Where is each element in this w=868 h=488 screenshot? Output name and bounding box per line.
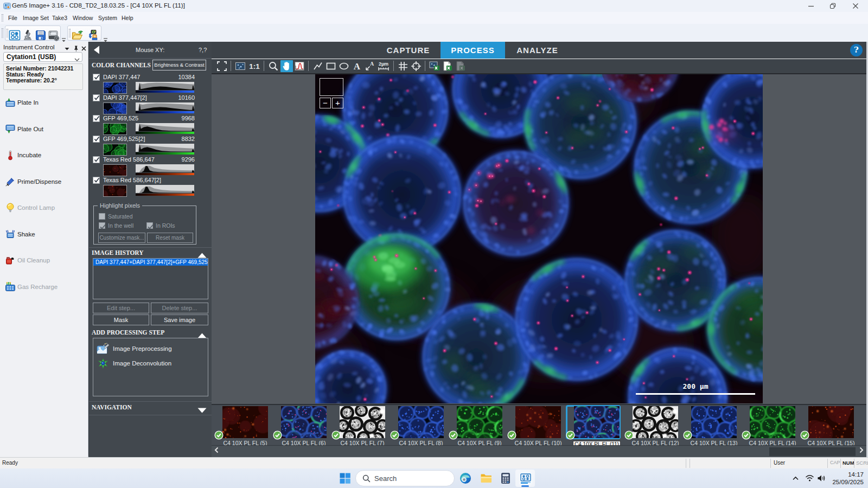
line-profile-icon[interactable]	[293, 60, 306, 72]
collapse-panel-icon[interactable]	[93, 46, 100, 56]
plate-layout-button[interactable]	[8, 29, 21, 42]
history-item[interactable]: DAPI 377,447+DAPI 377,447[2]+GFP 469,525…	[93, 259, 208, 266]
toolbar-overflow-icon[interactable]	[61, 35, 66, 39]
channel-checkbox[interactable]	[93, 177, 100, 184]
taskbar-search[interactable]: Search	[355, 470, 455, 486]
help-button[interactable]: ?	[850, 44, 863, 56]
channel-thumbnail[interactable]	[103, 144, 127, 156]
text-tool-icon[interactable]: A	[351, 60, 363, 72]
highlight-checkbox-saturated[interactable]	[99, 213, 105, 220]
instrument-button-prime-dispense[interactable]: Prime/Dispense	[2, 172, 86, 191]
delete-step--button[interactable]: Delete step...	[151, 303, 208, 313]
close-button[interactable]	[846, 0, 865, 12]
filmstrip-thumbnail[interactable]	[808, 406, 854, 438]
instrument-button-plate-out[interactable]: Plate Out	[2, 120, 86, 138]
scroll-right-icon[interactable]	[859, 447, 864, 455]
export-image-excel-icon[interactable]	[429, 60, 441, 72]
annotation-arrow-icon[interactable]: A	[364, 60, 376, 72]
channel-checkbox[interactable]	[93, 74, 100, 81]
scrollbar-thumb[interactable]	[769, 447, 856, 456]
wifi-icon[interactable]	[805, 474, 814, 484]
open-image-button[interactable]	[71, 29, 84, 42]
tab-process[interactable]: PROCESS	[441, 42, 505, 59]
customize-mask-button[interactable]: Customize mask...	[98, 233, 145, 243]
channel-thumbnail[interactable]	[103, 123, 127, 135]
filmstrip-thumbnail[interactable]	[281, 406, 327, 438]
start-button[interactable]	[339, 472, 352, 485]
menu-system[interactable]: System	[98, 14, 117, 23]
filmstrip-thumbnail[interactable]	[515, 406, 561, 438]
menu-grip[interactable]	[2, 14, 3, 22]
instrument-button-gas-recharge[interactable]: Gas Recharge	[2, 278, 86, 296]
channel-histogram[interactable]	[136, 123, 195, 135]
menu-take3[interactable]: Take3	[52, 14, 67, 23]
grid-icon[interactable]	[397, 60, 410, 72]
channel-histogram[interactable]	[136, 144, 195, 156]
calculator-icon[interactable]	[500, 472, 513, 485]
expand-down-icon[interactable]	[197, 406, 207, 415]
instrument-button-shake[interactable]: Shake	[2, 225, 86, 243]
rectangle-tool-icon[interactable]	[325, 60, 337, 72]
microscope-button[interactable]	[21, 29, 34, 42]
save-button[interactable]	[34, 29, 47, 42]
toolbar-grip[interactable]	[2, 28, 3, 38]
channel-histogram[interactable]	[136, 102, 195, 114]
instrument-button-oil-cleanup[interactable]: Oil Cleanup	[2, 251, 86, 269]
filmstrip-thumbnail[interactable]	[398, 406, 444, 438]
filmstrip-thumbnail[interactable]	[633, 406, 678, 438]
menu-window[interactable]: Window	[73, 14, 93, 23]
measure-tool-icon[interactable]: 2µm	[377, 60, 391, 72]
menu-file[interactable]: File	[8, 14, 17, 23]
edit-step--button[interactable]: Edit step...	[93, 303, 149, 313]
tray-clock[interactable]: 14:17 25/09/2025	[827, 471, 864, 486]
channel-checkbox[interactable]	[93, 115, 100, 122]
filmstrip-thumbnail[interactable]	[750, 406, 795, 438]
pan-icon[interactable]	[280, 60, 293, 72]
minimize-button[interactable]	[802, 0, 820, 12]
image-history-list[interactable]: DAPI 377,447+DAPI 377,447[2]+GFP 469,525…	[93, 258, 208, 299]
instrument-button-control-lamp[interactable]: Control Lamp	[2, 198, 86, 217]
tab-analyze[interactable]: ANALYZE	[505, 42, 570, 59]
crosshair-icon[interactable]	[410, 60, 423, 72]
highlight-checkbox-in-the-well[interactable]	[99, 222, 105, 229]
image-select-icon[interactable]	[234, 60, 247, 72]
zoom-out-button[interactable]: −	[320, 98, 331, 108]
panel-close-icon[interactable]	[80, 44, 87, 52]
export-data-excel-disabled-icon[interactable]	[455, 60, 467, 72]
filmstrip-thumbnail[interactable]	[222, 406, 268, 438]
toolbar-group-grip[interactable]	[69, 29, 71, 37]
channel-checkbox[interactable]	[93, 156, 100, 163]
microscopy-image[interactable]: −+200 µm	[315, 74, 763, 403]
zoom-navigator-rect[interactable]	[320, 78, 343, 96]
zoom-in-button[interactable]: +	[332, 98, 343, 108]
highlight-checkbox-in-rois[interactable]	[146, 222, 153, 229]
filmstrip-thumbnail[interactable]	[574, 406, 620, 438]
restore-button[interactable]	[824, 0, 842, 12]
zoom-icon[interactable]	[267, 60, 280, 72]
file-explorer-icon[interactable]	[480, 472, 493, 485]
reset-mask-button[interactable]: Reset mask	[147, 233, 193, 243]
channel-histogram[interactable]	[136, 164, 195, 176]
menu-help[interactable]: Help	[122, 14, 133, 23]
filmstrip-thumbnail[interactable]	[691, 406, 737, 438]
tray-chevron-up-icon[interactable]	[792, 474, 799, 484]
tab-capture[interactable]: CAPTURE	[376, 42, 441, 59]
filmstrip-thumbnail[interactable]	[340, 406, 385, 438]
channel-thumbnail[interactable]	[103, 164, 127, 176]
channel-histogram[interactable]	[136, 82, 195, 94]
expand-view-icon[interactable]	[216, 60, 228, 72]
mask-button[interactable]: Mask	[93, 314, 149, 325]
instrument-button-incubate[interactable]: Incubate	[2, 146, 86, 164]
menu-image-set[interactable]: Image Set	[23, 14, 49, 23]
recapture-button[interactable]	[87, 29, 100, 42]
ellipse-tool-icon[interactable]	[338, 60, 350, 72]
panel-pin-icon[interactable]	[72, 44, 79, 52]
toolbar-overflow2-icon[interactable]	[103, 35, 108, 39]
export-data-excel-icon[interactable]	[442, 60, 454, 72]
brightness-contrast-button[interactable]: Brightness & Contrast	[152, 60, 206, 70]
channel-thumbnail[interactable]	[103, 102, 127, 114]
edge-browser-icon[interactable]	[459, 472, 472, 485]
channel-checkbox[interactable]	[93, 94, 100, 101]
channel-thumbnail[interactable]	[103, 82, 127, 94]
filmstrip-scrollbar[interactable]	[212, 445, 866, 457]
